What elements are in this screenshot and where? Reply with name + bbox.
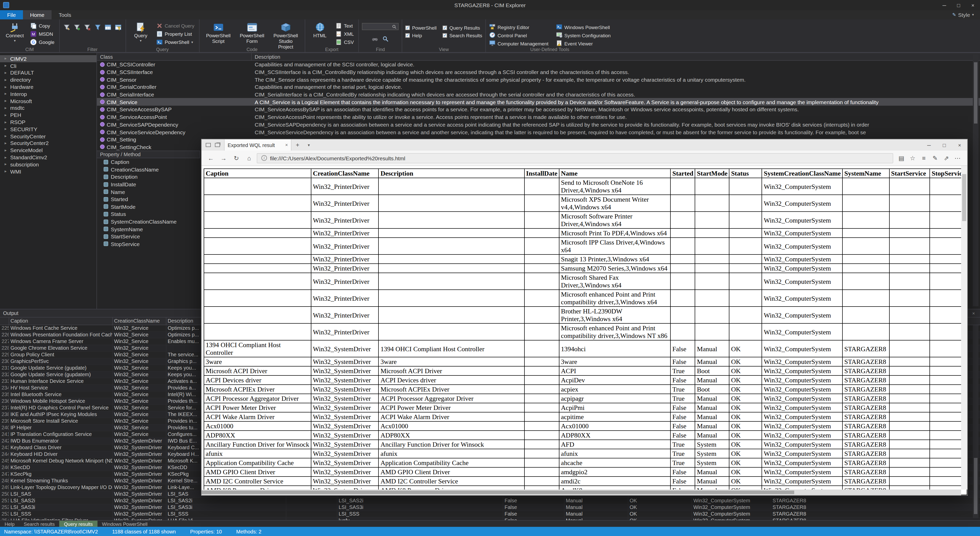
output-row[interactable]: 254LUA File Virtualization Filter Driver… bbox=[0, 517, 980, 520]
reading-view-icon[interactable]: ▤ bbox=[896, 153, 907, 163]
tree-item-directory[interactable]: ▸directory bbox=[0, 76, 97, 83]
class-row[interactable]: CIM_ServiceSAPDependencyCIM_ServiceSAPDe… bbox=[97, 121, 980, 128]
add-filter-button[interactable] bbox=[73, 23, 81, 31]
grid-view-button[interactable] bbox=[103, 23, 112, 31]
class-row[interactable]: CIM_SerialControllerCapabilities and man… bbox=[97, 83, 980, 91]
property-row[interactable]: Caption bbox=[97, 158, 200, 165]
class-row[interactable]: CIM_SensorThe CIM_Sensor class represent… bbox=[97, 76, 980, 83]
web-note-icon[interactable]: ✎ bbox=[929, 153, 941, 163]
output-column-header[interactable]: CreationClassName bbox=[112, 318, 166, 324]
tool-control-panel[interactable]: Control Panel bbox=[489, 32, 549, 39]
export-xml-button[interactable]: <> XML bbox=[334, 30, 355, 38]
close-button[interactable]: × bbox=[966, 0, 980, 10]
tree-item-msdtc[interactable]: ▸msdtc bbox=[0, 104, 97, 111]
scrollbar-thumb[interactable] bbox=[202, 491, 794, 494]
property-row[interactable]: SystemName bbox=[97, 225, 200, 233]
tree-item-default[interactable]: ▸DEFAULT bbox=[0, 69, 97, 76]
powershell-studio-project-button[interactable]: PowerShell Studio Project bbox=[270, 21, 301, 51]
property-row[interactable]: StartService bbox=[97, 233, 200, 240]
copy-button[interactable]: Copy bbox=[29, 22, 56, 30]
property-row[interactable]: SystemCreationClassName bbox=[97, 218, 200, 225]
bottom-tab-search-results[interactable]: Search results bbox=[19, 521, 59, 527]
browser-close-button[interactable]: × bbox=[952, 139, 967, 151]
property-row[interactable]: Status bbox=[97, 210, 200, 218]
property-row[interactable]: InstallDate bbox=[97, 181, 200, 188]
grid-filter-button[interactable] bbox=[114, 23, 122, 31]
view-option-query-results[interactable]: ✓Query Results bbox=[443, 25, 482, 31]
browser-vertical-scrollbar[interactable] bbox=[961, 166, 967, 490]
tab-home[interactable]: Home bbox=[23, 10, 52, 19]
share-icon[interactable]: ⇗ bbox=[941, 153, 952, 163]
query-button[interactable]: Query ▾ bbox=[129, 21, 152, 44]
tool-registry-editor[interactable]: Registry Editor bbox=[489, 24, 549, 31]
output-row[interactable]: 253LSI_SSSWin32_SystemDriverLSI_SSSLSI_S… bbox=[0, 511, 980, 517]
tab-tools[interactable]: Tools bbox=[52, 10, 78, 19]
browser-maximize-button[interactable]: □ bbox=[937, 139, 952, 151]
class-row[interactable]: CIM_ServiceAccessBySAPCIM_ServiceAccessB… bbox=[97, 106, 980, 113]
tab-close-icon[interactable]: × bbox=[285, 142, 288, 148]
column-header-class[interactable]: Class bbox=[97, 53, 251, 60]
forward-icon[interactable]: → bbox=[218, 153, 229, 163]
tab-file[interactable]: File bbox=[0, 10, 23, 19]
hub-icon[interactable]: ≡ bbox=[918, 153, 929, 163]
powershell-script-button[interactable]: PowerShell Script bbox=[202, 21, 234, 45]
home-icon[interactable]: ⌂ bbox=[244, 153, 254, 163]
output-scrollbar[interactable] bbox=[973, 325, 978, 518]
tree-item-peh[interactable]: ▸PEH bbox=[0, 111, 97, 119]
minimize-button[interactable]: ─ bbox=[937, 0, 951, 10]
output-row[interactable]: 252LSI_SAS3iWin32_SystemDriverLSI_SAS3iL… bbox=[0, 504, 980, 511]
property-row[interactable]: Name bbox=[97, 188, 200, 196]
maximize-button[interactable]: □ bbox=[951, 0, 966, 10]
style-button[interactable]: ✎ Style ▾ bbox=[952, 10, 980, 19]
class-row[interactable]: CIM_ServiceAccessPointCIM_ServiceAccessP… bbox=[97, 113, 980, 121]
set-tabs-aside-icon[interactable] bbox=[215, 143, 220, 147]
refresh-icon[interactable]: ↻ bbox=[231, 153, 242, 163]
property-row[interactable]: Description bbox=[97, 173, 200, 180]
browser-tab[interactable]: Exported WQL result × bbox=[224, 139, 291, 151]
favorites-star-icon[interactable]: ☆ bbox=[907, 153, 918, 163]
browser-horizontal-scrollbar[interactable] bbox=[202, 490, 961, 495]
tree-item-security[interactable]: ▸SECURITY bbox=[0, 126, 97, 133]
tree-item-servicemodel[interactable]: ▸ServiceModel bbox=[0, 147, 97, 154]
edit-filter-button[interactable] bbox=[62, 23, 71, 31]
clear-filter-button[interactable] bbox=[83, 23, 92, 31]
tool-system-configuration[interactable]: System Configuration bbox=[555, 32, 611, 39]
tree-item-subscription[interactable]: ▸subscription bbox=[0, 161, 97, 168]
export-text-button[interactable]: Text bbox=[334, 22, 355, 30]
class-row[interactable]: CIM_ServiceServiceDependencyCIM_ServiceS… bbox=[97, 128, 980, 135]
tool-windows-powershell[interactable]: Windows PowerShell bbox=[555, 24, 611, 31]
class-row[interactable]: CIM_SerialInterfaceCIM_SerialInterface i… bbox=[97, 91, 980, 98]
bottom-tab-help[interactable]: Help bbox=[0, 521, 19, 527]
property-row[interactable]: StopService bbox=[97, 240, 200, 248]
tree-item-hardware[interactable]: ▸Hardware bbox=[0, 83, 97, 91]
msdn-button[interactable]: M MSDN bbox=[29, 30, 56, 38]
find-input[interactable] bbox=[364, 24, 392, 29]
google-button[interactable]: G Google bbox=[29, 38, 56, 46]
tool-event-viewer[interactable]: Event Viewer bbox=[555, 40, 611, 47]
property-row[interactable]: StartMode bbox=[97, 203, 200, 210]
tool-computer-management[interactable]: Computer Management bbox=[489, 40, 549, 47]
back-icon[interactable]: ← bbox=[206, 153, 216, 163]
tree-item-wmi[interactable]: ▸WMI bbox=[0, 168, 97, 175]
view-option-help[interactable]: ✓Help bbox=[406, 33, 437, 38]
find-next-button[interactable] bbox=[382, 35, 390, 43]
bottom-tab-query-results[interactable]: Query results bbox=[59, 521, 97, 527]
find-box[interactable] bbox=[362, 23, 399, 30]
column-header-description[interactable]: Description bbox=[251, 53, 980, 60]
scrollbar-thumb[interactable] bbox=[962, 174, 966, 221]
class-row[interactable]: CIM_SCSIInterfaceCIM_SCSIInterface is a … bbox=[97, 68, 980, 76]
tree-item-securitycenter[interactable]: ▸SecurityCenter bbox=[0, 133, 97, 140]
tree-item-interop[interactable]: ▸Interop bbox=[0, 91, 97, 97]
powershell-form-button[interactable]: PowerShell Form bbox=[236, 21, 268, 45]
export-html-button[interactable]: HTML bbox=[308, 21, 331, 40]
class-list-scrollbar[interactable] bbox=[973, 54, 978, 306]
scrollbar-thumb[interactable] bbox=[974, 62, 977, 124]
cancel-query-button[interactable]: Cancel Query bbox=[154, 22, 196, 30]
tree-item-cli[interactable]: ▸Cli bbox=[0, 62, 97, 69]
tree-item-microsoft[interactable]: ▸Microsoft bbox=[0, 97, 97, 105]
tab-menu-icon[interactable]: ▾ bbox=[304, 139, 314, 151]
new-tab-button[interactable]: + bbox=[291, 139, 304, 151]
tab-preview-icon[interactable] bbox=[206, 143, 211, 147]
find-in-classes-button[interactable] bbox=[371, 35, 380, 43]
apply-filter-button[interactable] bbox=[93, 23, 102, 31]
